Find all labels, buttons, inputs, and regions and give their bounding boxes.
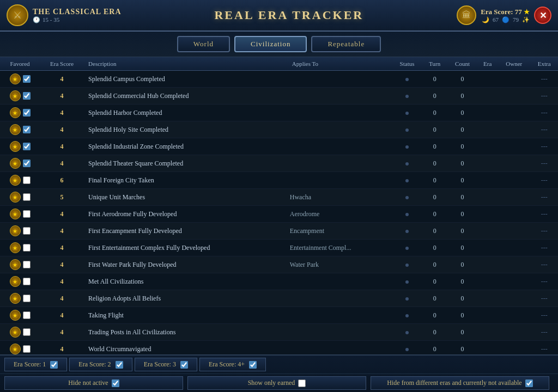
moon-icon: 🌙 <box>482 16 489 23</box>
favored-checkbox[interactable] <box>23 328 31 336</box>
owner-cell <box>498 88 530 105</box>
score-filter-checkbox[interactable] <box>50 361 58 369</box>
score-cell: 4 <box>40 121 84 138</box>
favored-checkbox[interactable] <box>23 75 31 83</box>
filter-option-checkbox[interactable] <box>298 379 306 387</box>
filter-option-checkbox[interactable] <box>525 379 533 387</box>
count-cell: 0 <box>447 88 477 105</box>
status-cell <box>392 290 422 307</box>
table-row: ★ 4Religion Adopts All Beliefs00--- <box>0 290 558 307</box>
owner-cell <box>498 71 530 88</box>
status-dot <box>405 314 409 317</box>
favored-checkbox[interactable] <box>23 261 31 268</box>
extra-cell: --- <box>530 172 558 189</box>
favored-checkbox[interactable] <box>23 278 31 285</box>
status-dot <box>405 128 409 132</box>
filter-option-checkbox[interactable] <box>112 379 119 387</box>
favored-cell: ★ <box>0 88 40 105</box>
tab-civilization[interactable]: Civilization <box>234 36 307 52</box>
favored-checkbox[interactable] <box>23 176 31 184</box>
score-cell: 4 <box>40 88 84 105</box>
score-filter-1[interactable]: Era Score: 1 <box>4 358 67 371</box>
col-favored: Favored <box>0 57 40 71</box>
favored-checkbox[interactable] <box>23 345 31 353</box>
favored-checkbox[interactable] <box>23 126 31 133</box>
turn-cell: 0 <box>422 341 447 356</box>
close-button[interactable]: ✕ <box>534 7 551 24</box>
applies-to-cell <box>288 155 392 172</box>
description-cell: Final Foreign City Taken <box>84 172 288 189</box>
favored-checkbox[interactable] <box>23 193 31 201</box>
table-row: ★ 4Taking Flight00--- <box>0 307 558 324</box>
favored-checkbox[interactable] <box>23 227 31 235</box>
score-filter-checkbox[interactable] <box>180 361 188 369</box>
score-cell: 4 <box>40 256 84 273</box>
status-dot <box>405 95 409 98</box>
score-filter-checkbox[interactable] <box>116 361 123 369</box>
applies-to-cell <box>288 307 392 324</box>
applies-to-cell <box>288 290 392 307</box>
star-icon: ★ <box>10 192 21 203</box>
tab-repeatable[interactable]: Repeatable <box>311 36 381 52</box>
table-row: ★ 6Final Foreign City Taken00--- <box>0 172 558 189</box>
era-cell <box>477 307 498 324</box>
col-era-score: Era Score <box>40 57 84 71</box>
extra-cell: --- <box>530 307 558 324</box>
description-cell: First Entertainment Complex Fully Develo… <box>84 240 288 256</box>
favored-checkbox[interactable] <box>23 295 31 302</box>
owner-cell <box>498 240 530 256</box>
col-description: Description <box>84 57 288 71</box>
favored-checkbox[interactable] <box>23 160 31 167</box>
score-cell: 5 <box>40 189 84 206</box>
count-cell: 0 <box>447 189 477 206</box>
count-cell: 0 <box>447 172 477 189</box>
favored-checkbox[interactable] <box>23 210 31 218</box>
status-cell <box>392 307 422 324</box>
star-icon: ★ <box>10 90 21 101</box>
favored-checkbox[interactable] <box>23 109 31 117</box>
favored-cell: ★ <box>0 189 40 206</box>
filter-option-label: Show only earned <box>248 379 295 387</box>
description-cell: World Circumnavigated <box>84 341 288 356</box>
owner-cell <box>498 223 530 240</box>
favored-checkbox[interactable] <box>23 244 31 252</box>
score-filter-4[interactable]: Era Score: 4+ <box>199 358 266 371</box>
score-filter-label: Era Score: 4+ <box>209 360 245 369</box>
favored-cell: ★ <box>0 223 40 240</box>
status-cell <box>392 155 422 172</box>
score-filter-2[interactable]: Era Score: 2 <box>69 358 132 371</box>
filter-option-hide-not-active[interactable]: Hide not active <box>4 376 183 390</box>
star-icon: ★ <box>10 141 21 152</box>
status-cell <box>392 189 422 206</box>
era-info-section: ⚔ The Classical Era 🕐 15 - 35 <box>7 4 122 26</box>
score-filter-label: Era Score: 1 <box>14 360 46 369</box>
star-icon: ★ <box>10 276 21 287</box>
score-filter-3[interactable]: Era Score: 3 <box>135 358 197 371</box>
tab-world[interactable]: World <box>177 36 230 52</box>
favored-checkbox[interactable] <box>23 311 31 319</box>
description-cell: Met All Civilizations <box>84 273 288 290</box>
description-cell: Taking Flight <box>84 307 288 324</box>
status-cell <box>392 223 422 240</box>
count-cell: 0 <box>447 307 477 324</box>
filter-option-hide-different-eras[interactable]: Hide from different eras and currently n… <box>371 376 549 390</box>
favored-cell: ★ <box>0 273 40 290</box>
description-cell: Trading Posts in All Civilizations <box>84 324 288 341</box>
favored-checkbox[interactable] <box>23 92 31 100</box>
era-cell <box>477 71 498 88</box>
filter-option-show-only-earned[interactable]: Show only earned <box>187 376 366 390</box>
status-dot <box>405 179 409 182</box>
applies-to-cell <box>288 172 392 189</box>
era-cell <box>477 240 498 256</box>
star-icon: ★ <box>10 310 21 321</box>
score-filter-checkbox[interactable] <box>249 361 257 369</box>
era-cell <box>477 341 498 356</box>
count-cell: 0 <box>447 138 477 155</box>
main-table-container: Favored Era Score Description Applies To… <box>0 57 558 356</box>
favored-checkbox[interactable] <box>23 143 31 150</box>
status-cell <box>392 341 422 356</box>
score-cell: 4 <box>40 155 84 172</box>
count-cell: 0 <box>447 273 477 290</box>
main-title: Real Era Tracker <box>122 8 457 22</box>
favored-cell: ★ <box>0 71 40 88</box>
